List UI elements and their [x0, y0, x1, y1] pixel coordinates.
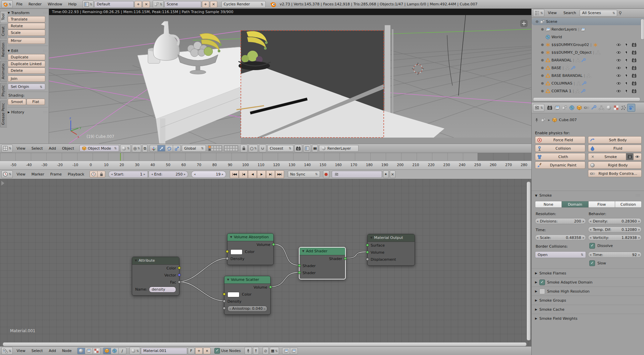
node-attribute[interactable]: ▼AttributeColorVectorFacName:density: [132, 257, 179, 296]
socket-input-shader[interactable]: [298, 264, 301, 267]
outliner-row--dummy-group02[interactable]: ⊕$$$DUMMY.Group02|: [532, 41, 644, 48]
cursor-toggle-icon[interactable]: [624, 65, 629, 70]
tool-button-join[interactable]: Join: [8, 75, 45, 82]
expander-icon[interactable]: ⊕: [540, 58, 544, 62]
color-swatch[interactable]: [230, 249, 243, 255]
properties-tab-render[interactable]: [546, 104, 553, 111]
physics-cloth-button[interactable]: Cloth: [535, 153, 585, 160]
use-nodes-checkbox[interactable]: ✓: [214, 348, 220, 354]
material-browse-button[interactable]: ⇅: [129, 347, 141, 355]
eye-toggle-icon[interactable]: [616, 81, 621, 86]
opengl-render-button[interactable]: [294, 145, 302, 152]
meshdata-icon[interactable]: [575, 89, 580, 94]
panel-header-history[interactable]: ▶History::::: [8, 109, 48, 115]
panel-checkbox[interactable]: [539, 289, 545, 294]
translate-manipulator[interactable]: [157, 145, 165, 152]
search-icon[interactable]: ⚲: [619, 10, 622, 15]
socket-input-volume[interactable]: [366, 251, 369, 254]
render-layer-field[interactable]: RenderLayer: [319, 145, 359, 152]
properties-tab-texture[interactable]: [612, 104, 620, 111]
shading-smoot-button[interactable]: Smoot: [8, 99, 26, 105]
node-menu-add[interactable]: Add: [46, 349, 59, 353]
smoke-type-collision[interactable]: Collision: [615, 201, 642, 208]
properties-tab-object[interactable]: [576, 104, 583, 111]
layers-icon[interactable]: [581, 27, 585, 32]
horizontal-scrollbar[interactable]: [3, 342, 527, 346]
socket-input-color[interactable]: [223, 293, 226, 296]
group-icon[interactable]: [587, 89, 591, 94]
auto-keyframe-toggle[interactable]: ●: [323, 170, 329, 178]
scale-manipulator[interactable]: [173, 145, 181, 152]
shader-nodes-button[interactable]: [77, 348, 85, 354]
physics-rigid-body-constra--button[interactable]: Rigid Body Constra...: [588, 170, 642, 177]
texture-nodes-button[interactable]: [93, 348, 101, 354]
eye-toggle-icon[interactable]: [616, 58, 621, 63]
timeline-menu-playback[interactable]: Playback: [65, 172, 87, 176]
outliner-row-base-barandal[interactable]: ⊕BASE BARANDAL|: [532, 72, 644, 79]
properties-tab-particles[interactable]: [620, 104, 627, 111]
layers-widget[interactable]: [208, 145, 238, 151]
layer-dot[interactable]: [216, 148, 219, 151]
expander-icon[interactable]: ⊖: [535, 19, 539, 24]
layer-dot[interactable]: [214, 148, 216, 151]
panel-header-edit[interactable]: ▼Edit::::: [8, 47, 48, 54]
physics-dynamic-paint-button[interactable]: Dynamic Paint: [535, 161, 585, 169]
sync-mode-selector[interactable]: No Sync⇅: [288, 171, 320, 178]
camera-toggle-icon[interactable]: [632, 81, 637, 86]
world-shader-button[interactable]: [111, 348, 119, 354]
play-button[interactable]: ▶: [257, 170, 266, 178]
scene-add-button[interactable]: +: [202, 1, 209, 8]
camera-toggle-icon[interactable]: [632, 65, 637, 70]
manipulator-toggle[interactable]: [150, 145, 158, 152]
render-engine-selector[interactable]: Cycles Render⇅: [221, 1, 266, 8]
copy-nodes-button[interactable]: [282, 348, 290, 354]
snap-target-selector[interactable]: Closest⇅: [267, 145, 293, 152]
properties-tab-data[interactable]: [598, 104, 605, 111]
cursor-toggle-icon[interactable]: [624, 42, 629, 47]
physics-soft-body-button[interactable]: Soft Body: [588, 136, 642, 144]
cursor-toggle-icon[interactable]: [624, 58, 629, 63]
jump-next-keyframe-button[interactable]: ▶|: [266, 170, 275, 178]
layout-selector[interactable]: Default: [94, 1, 134, 8]
smoke-panel-header[interactable]: ▼Smoke ::::: [535, 193, 552, 198]
tool-button-translate[interactable]: Translate: [8, 16, 45, 22]
node-volume-absorption[interactable]: ▼Volume AbsorptionVolumeColorDensity: [227, 233, 274, 265]
scale-field[interactable]: ◂Scale:0.48358▸: [535, 235, 586, 241]
meshdata-icon[interactable]: [576, 58, 580, 63]
layout-add-button[interactable]: +: [135, 1, 142, 8]
expander-icon[interactable]: ⊕: [540, 89, 544, 93]
wrench-icon[interactable]: [581, 89, 586, 94]
meshdata-icon[interactable]: [596, 50, 600, 55]
layer-dot[interactable]: [224, 148, 227, 151]
node-menu-select[interactable]: Select: [29, 349, 46, 353]
viewport-menu-view[interactable]: View: [14, 146, 29, 151]
eye-toggle-icon[interactable]: [616, 89, 621, 94]
tool-button-duplicate-linked[interactable]: Duplicate Linked: [8, 61, 45, 67]
outliner-row--dummy-d-object[interactable]: ⊕$$$DUMMY._D_Object|: [532, 49, 644, 56]
snap-toggle[interactable]: ⊘: [263, 347, 269, 355]
jump-to-start-button[interactable]: |◀◀: [230, 170, 239, 178]
properties-tab-scene[interactable]: [561, 104, 568, 111]
eye-toggle-icon[interactable]: [616, 42, 621, 47]
play-reverse-button[interactable]: ◀: [248, 170, 257, 178]
insert-keyframe-button[interactable]: ✦: [383, 170, 389, 178]
smoke-type-none[interactable]: None: [535, 201, 562, 208]
meshdata-icon[interactable]: [586, 73, 591, 78]
meshdata-icon[interactable]: [565, 66, 570, 70]
outliner-row-world[interactable]: World: [532, 34, 644, 41]
viewport-menu-select[interactable]: Select: [29, 146, 46, 151]
layer-dot[interactable]: [230, 148, 232, 151]
layer-dot[interactable]: [208, 148, 211, 151]
properties-tab-renderlayers[interactable]: [553, 104, 561, 111]
layer-dot[interactable]: [235, 146, 238, 148]
empty-icon[interactable]: [593, 43, 598, 47]
socket-input-surface[interactable]: [366, 244, 369, 247]
editor-type-button[interactable]: ⇅: [533, 9, 544, 17]
socket-input-color[interactable]: [226, 250, 229, 253]
layer-dot[interactable]: [216, 146, 219, 148]
eye-toggle-icon[interactable]: [616, 50, 621, 55]
timeline-menu-view[interactable]: View: [14, 172, 29, 176]
timeline-frame-band[interactable]: [0, 153, 531, 161]
wrench-icon[interactable]: [571, 66, 576, 70]
compositing-nodes-button[interactable]: [85, 348, 93, 354]
